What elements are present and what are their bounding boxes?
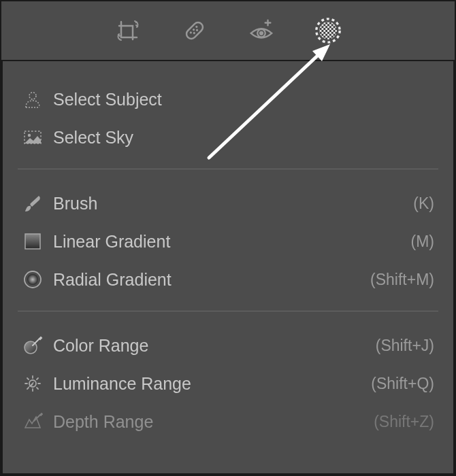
- crop-icon: [114, 17, 142, 44]
- svg-rect-0: [184, 20, 205, 41]
- menu-label: Select Subject: [53, 90, 434, 109]
- menu-label: Radial Gradient: [53, 270, 370, 290]
- svg-point-16: [29, 92, 36, 99]
- masking-panel: Select Subject Select Sky: [1, 61, 455, 475]
- menu-label: Color Range: [53, 336, 376, 356]
- svg-point-3: [195, 25, 199, 29]
- crop-tool[interactable]: [114, 16, 142, 45]
- depth-range-icon: [22, 411, 44, 432]
- person-icon: [22, 88, 44, 110]
- masking-icon: [314, 16, 342, 46]
- landscape-icon: [22, 126, 44, 148]
- svg-point-2: [192, 28, 195, 31]
- heal-tool[interactable]: [180, 16, 209, 45]
- brush-item[interactable]: Brush (K): [18, 184, 438, 222]
- heal-icon: [180, 16, 209, 45]
- svg-point-22: [27, 274, 38, 285]
- menu-shortcut: (Shift+Q): [371, 375, 434, 393]
- svg-point-5: [195, 29, 199, 32]
- luminance-range-item[interactable]: Luminance Range (Shift+Q): [18, 364, 438, 403]
- menu-shortcut: (M): [411, 233, 434, 251]
- redeye-icon: [247, 16, 276, 46]
- select-sky-item[interactable]: Select Sky: [18, 118, 438, 156]
- masking-tool[interactable]: [314, 16, 342, 45]
- svg-line-33: [37, 378, 38, 379]
- color-range-icon: [22, 335, 44, 356]
- color-range-item[interactable]: Color Range (Shift+J): [18, 326, 438, 364]
- svg-point-1: [189, 31, 193, 35]
- menu-label: Linear Gradient: [53, 232, 411, 252]
- radial-gradient-item[interactable]: Radial Gradient (Shift+M): [18, 260, 438, 299]
- group-ai-selections: Select Subject Select Sky: [18, 75, 438, 169]
- menu-label: Select Sky: [53, 128, 434, 148]
- toolbar: [1, 1, 455, 61]
- brush-icon: [22, 192, 44, 214]
- svg-point-7: [260, 32, 263, 35]
- radial-gradient-icon: [22, 269, 44, 290]
- menu-shortcut: (Shift+M): [370, 271, 434, 289]
- svg-line-32: [27, 388, 29, 389]
- menu-shortcut: (K): [413, 194, 434, 213]
- menu-shortcut: (Shift+J): [376, 337, 434, 355]
- luminance-range-icon: [22, 373, 44, 394]
- svg-point-15: [319, 22, 337, 39]
- svg-line-31: [37, 388, 38, 389]
- depth-range-item: Depth Range (Shift+Z): [18, 403, 438, 441]
- menu-label: Luminance Range: [53, 374, 371, 394]
- menu-label: Depth Range: [53, 412, 374, 432]
- select-subject-item[interactable]: Select Subject: [18, 80, 438, 118]
- menu-shortcut: (Shift+Z): [374, 413, 434, 431]
- linear-gradient-item[interactable]: Linear Gradient (M): [18, 222, 438, 260]
- svg-point-19: [28, 134, 31, 137]
- menu-label: Brush: [53, 194, 413, 214]
- redeye-tool[interactable]: [247, 16, 276, 45]
- group-gradients: Brush (K) Linear Gradient: [18, 169, 438, 311]
- svg-rect-20: [25, 234, 40, 249]
- svg-point-4: [193, 31, 196, 35]
- svg-line-30: [27, 378, 29, 379]
- group-ranges: Color Range (Shift+J): [18, 311, 438, 453]
- linear-gradient-icon: [22, 231, 44, 252]
